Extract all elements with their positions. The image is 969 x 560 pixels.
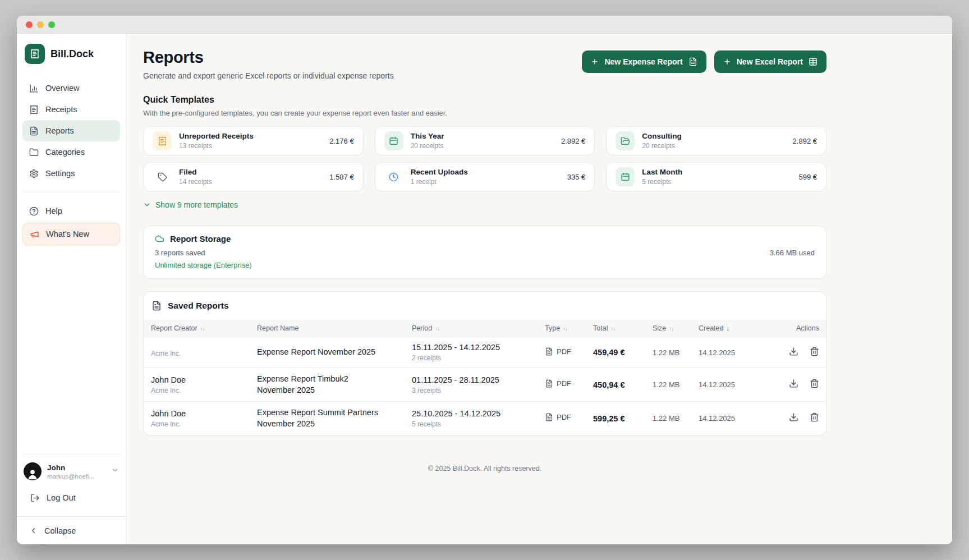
- delete-report-button[interactable]: [810, 412, 819, 424]
- main-content: Reports Generate and export generic Exce…: [126, 34, 952, 544]
- column-label: Type: [545, 324, 560, 332]
- template-receipt-count: 13 receipts: [179, 142, 254, 150]
- template-amount: 2.892 €: [793, 137, 817, 145]
- show-more-templates-link[interactable]: Show 9 more templates: [143, 200, 238, 209]
- zoom-window-button[interactable]: [48, 21, 55, 28]
- file-text-icon: [151, 301, 162, 311]
- megaphone-icon: [30, 229, 39, 239]
- user-menu[interactable]: John markus@hoefi...: [24, 462, 119, 480]
- close-window-button[interactable]: [26, 21, 33, 28]
- saved-reports-title: Saved Reports: [168, 301, 229, 311]
- app-body: Bill.Dock Overview Receipts Reports: [17, 34, 952, 544]
- file-icon: [545, 379, 553, 388]
- window-titlebar: [17, 16, 952, 34]
- sidebar-item-help[interactable]: Help: [22, 200, 120, 222]
- report-total: 599,25 €: [593, 402, 653, 435]
- column-header-period[interactable]: Period↑↓: [412, 320, 545, 337]
- report-creator-name: John Doe: [151, 375, 252, 384]
- table-row[interactable]: John Doe Acme Inc. Expense Report Summit…: [144, 402, 826, 435]
- report-creator-company: Acme Inc.: [151, 420, 252, 428]
- report-total: 450,94 €: [593, 368, 653, 402]
- sidebar: Bill.Dock Overview Receipts Reports: [17, 34, 126, 544]
- sort-icon: ↑↓: [610, 325, 615, 332]
- table-row[interactable]: Acme Inc. Expense Report November 2025 1…: [144, 337, 826, 368]
- new-expense-report-button[interactable]: New Expense Report: [582, 51, 706, 73]
- template-card-filed[interactable]: Filed 14 receipts 1.587 €: [143, 162, 364, 191]
- report-name: Expense Report November 2025: [257, 347, 407, 358]
- delete-report-button[interactable]: [810, 379, 819, 390]
- collapse-sidebar-button[interactable]: Collapse: [17, 516, 126, 544]
- template-receipt-count: 20 receipts: [642, 142, 682, 150]
- template-receipt-count: 14 receipts: [179, 178, 212, 186]
- storage-title: Report Storage: [170, 234, 231, 244]
- template-name: Consulting: [642, 132, 682, 140]
- download-icon: [789, 379, 798, 388]
- sidebar-item-label: Help: [45, 206, 62, 215]
- sort-icon: ↑↓: [435, 325, 439, 332]
- sidebar-item-settings[interactable]: Settings: [22, 163, 120, 184]
- report-receipt-count: 2 receipts: [412, 354, 540, 362]
- new-excel-report-button[interactable]: New Excel Report: [714, 51, 826, 73]
- sidebar-item-label: Overview: [45, 84, 79, 93]
- template-amount: 335 €: [567, 173, 586, 181]
- report-total: 459,49 €: [593, 337, 653, 368]
- sidebar-item-label: Categories: [45, 148, 85, 157]
- download-report-button[interactable]: [789, 412, 798, 424]
- report-size: 1.22 MB: [653, 337, 699, 368]
- template-card-unreported-receipts[interactable]: Unreported Receipts 13 receipts 2.176 €: [143, 126, 364, 155]
- column-header-type[interactable]: Type↑↓: [545, 320, 593, 337]
- column-header-size[interactable]: Size↑↓: [653, 320, 699, 337]
- saved-reports-card: Saved Reports Report Creator↑↓ Report Na…: [143, 291, 826, 435]
- table-header-row: Report Creator↑↓ Report Name Period↑↓ Ty…: [144, 320, 826, 337]
- file-icon: [545, 347, 553, 356]
- trash-icon: [810, 412, 819, 422]
- sidebar-item-label: Reports: [45, 126, 74, 135]
- logout-icon: [30, 493, 40, 503]
- logout-button[interactable]: Log Out: [24, 487, 119, 508]
- template-amount: 2.176 €: [329, 137, 353, 145]
- minimize-window-button[interactable]: [37, 21, 44, 28]
- delete-report-button[interactable]: [810, 347, 819, 358]
- download-icon: [789, 347, 798, 356]
- report-creator-company: Acme Inc.: [151, 350, 252, 357]
- column-header-actions: Actions: [770, 320, 826, 337]
- download-report-button[interactable]: [789, 347, 798, 358]
- report-type-label: PDF: [557, 413, 571, 421]
- folder-icon: [29, 148, 39, 157]
- storage-saved-count: 3 reports saved: [155, 249, 205, 257]
- column-header-total[interactable]: Total↑↓: [593, 320, 653, 337]
- report-creator-name: John Doe: [151, 409, 252, 418]
- template-card-last-month[interactable]: Last Month 5 receipts 599 €: [606, 162, 826, 191]
- column-label: Size: [653, 324, 666, 332]
- template-card-consulting[interactable]: Consulting 20 receipts 2.892 €: [606, 126, 826, 155]
- template-card-recent-uploads[interactable]: Recent Uploads 1 receipt 335 €: [375, 162, 595, 191]
- spreadsheet-icon: [809, 57, 818, 66]
- column-header-report-creator[interactable]: Report Creator↑↓: [144, 320, 257, 337]
- app-window: Bill.Dock Overview Receipts Reports: [17, 16, 952, 544]
- footer-copyright: © 2025 Bill.Dock. All rights reserved.: [143, 435, 826, 486]
- sidebar-item-label: Settings: [45, 169, 75, 178]
- report-type-label: PDF: [557, 379, 571, 388]
- template-card-this-year[interactable]: This Year 20 receipts 2.892 €: [375, 126, 595, 155]
- column-header-created[interactable]: Created↓: [699, 320, 770, 337]
- header-actions: New Expense Report New Excel Report: [582, 48, 826, 73]
- sidebar-item-overview[interactable]: Overview: [22, 77, 120, 99]
- sidebar-item-reports[interactable]: Reports: [22, 120, 120, 141]
- storage-plan: Unlimited storage (Enterprise): [155, 261, 815, 269]
- column-header-report-name[interactable]: Report Name: [257, 320, 412, 337]
- sidebar-item-categories[interactable]: Categories: [22, 141, 120, 163]
- sort-icon: ↑↓: [563, 325, 567, 332]
- page-header: Reports Generate and export generic Exce…: [143, 48, 826, 80]
- download-report-button[interactable]: [789, 379, 798, 390]
- template-name: This Year: [411, 132, 444, 140]
- column-label: Total: [593, 324, 608, 332]
- sidebar-item-receipts[interactable]: Receipts: [22, 99, 120, 120]
- quick-templates-grid: Unreported Receipts 13 receipts 2.176 € …: [143, 126, 826, 191]
- sidebar-item-whats-new[interactable]: What's New: [22, 223, 120, 245]
- template-receipt-count: 1 receipt: [411, 178, 468, 186]
- sort-icon: ↑↓: [669, 325, 673, 332]
- brand: Bill.Dock: [25, 44, 118, 64]
- collapse-label: Collapse: [44, 526, 76, 535]
- table-row[interactable]: John Doe Acme Inc. Expense Report Timbuk…: [144, 368, 826, 402]
- plus-icon: [723, 58, 731, 66]
